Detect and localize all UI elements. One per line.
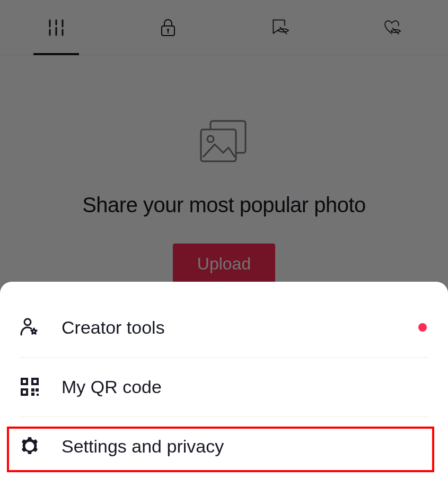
svg-rect-16 (36, 388, 39, 392)
sheet-item-creator-tools[interactable]: Creator tools (0, 298, 448, 357)
settings-icon (19, 436, 40, 457)
creator-tools-icon (19, 317, 40, 338)
svg-rect-18 (37, 394, 39, 396)
sheet-item-label: My QR code (62, 377, 429, 397)
sheet-item-settings[interactable]: Settings and privacy (0, 416, 448, 476)
svg-rect-17 (31, 393, 34, 396)
sheet-item-label: Creator tools (62, 317, 418, 338)
sheet-item-label: Settings and privacy (62, 436, 429, 457)
options-sheet: Creator tools My QR code Settings and pr… (0, 282, 448, 495)
qr-code-icon (19, 376, 40, 397)
svg-point-14 (24, 319, 31, 325)
notification-dot (418, 323, 427, 332)
sheet-item-qr-code[interactable]: My QR code (0, 357, 448, 416)
svg-rect-15 (31, 388, 34, 392)
